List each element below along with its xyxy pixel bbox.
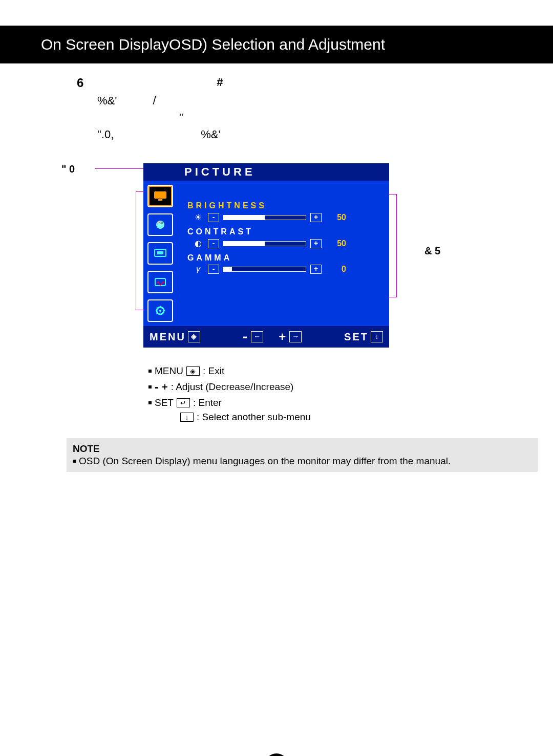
bullet-icon: [148, 385, 152, 388]
gamma-value: 0: [326, 265, 346, 274]
bullet-icon: [148, 401, 152, 404]
osd-body: RGB BRIGHTNESS: [143, 181, 389, 326]
brightness-row[interactable]: ☀ - + 50: [193, 212, 381, 222]
legend-down-desc: : Select another sub-menu: [197, 412, 311, 423]
annotation-bracket-right: [389, 194, 397, 297]
annotation-line: [95, 168, 143, 169]
contrast-icon: ◐: [193, 239, 204, 248]
bullet-icon: [148, 370, 152, 373]
menu-key-icon: ◈: [188, 331, 200, 342]
gamma-row[interactable]: γ - + 0: [193, 265, 381, 274]
left-key-icon: ←: [251, 331, 263, 342]
svg-rect-0: [154, 191, 166, 199]
gamma-icon: γ: [193, 265, 204, 274]
svg-point-8: [159, 310, 161, 312]
minus-icon[interactable]: -: [208, 239, 219, 248]
contrast-bar[interactable]: [223, 241, 306, 246]
plus-icon[interactable]: +: [310, 265, 322, 274]
main-menu-label: " 0: [61, 163, 75, 175]
down-key-icon: ↓: [371, 331, 383, 342]
page-title: On Screen DisplayOSD) Selection and Adju…: [41, 36, 385, 53]
legend-set-label: SET: [155, 397, 174, 408]
legend-menu-desc: : Exit: [203, 365, 224, 377]
instr-l3: ": [179, 111, 183, 124]
down-key-icon: ↓: [180, 413, 194, 422]
menu-button[interactable]: MENU: [150, 331, 186, 343]
note-box: NOTE OSD (On Screen Display) menu langua…: [67, 438, 538, 472]
minus-icon[interactable]: -: [208, 213, 219, 222]
brightness-icon: ☀: [193, 212, 204, 222]
instruction-block: 6 # %&' / " ".0, %&': [77, 74, 522, 143]
sub-menu-label: & 5: [424, 245, 440, 257]
legend-menu-label: MENU: [155, 365, 183, 377]
color-icon[interactable]: RGB: [147, 213, 173, 236]
contrast-label: CONTRAST: [187, 227, 381, 236]
right-key-icon: →: [289, 331, 302, 342]
instr-l1a: 6: [77, 74, 83, 92]
osd-title: PICTURE: [143, 163, 389, 181]
gamma-bar[interactable]: [223, 267, 306, 272]
menu-key-icon: ◈: [186, 366, 200, 376]
osd-panel: PICTURE RGB: [143, 163, 389, 348]
setup-icon[interactable]: [147, 299, 173, 322]
minus-icon[interactable]: -: [208, 265, 219, 274]
note-title: NOTE: [73, 443, 531, 455]
legend-adjust: - + : Adjust (Decrease/Increase): [148, 380, 522, 394]
osd-main: BRIGHTNESS ☀ - + 50 CONTRAST ◐ -: [182, 181, 389, 326]
plus-button[interactable]: +: [279, 330, 287, 344]
legend-set-desc: : Enter: [193, 397, 222, 408]
instr-l4b: %&': [201, 126, 220, 143]
minus-icon: -: [155, 380, 159, 394]
plus-icon: +: [162, 381, 168, 393]
svg-text:RGB: RGB: [158, 221, 164, 224]
brightness-label: BRIGHTNESS: [187, 201, 381, 210]
legend: MENU ◈ : Exit - + : Adjust (Decrease/Inc…: [148, 365, 522, 423]
legend-adjust-desc: : Adjust (Decrease/Increase): [171, 381, 294, 393]
set-button[interactable]: SET: [344, 331, 369, 343]
instr-l4a: ".0,: [97, 126, 114, 143]
content-area: 6 # %&' / " ".0, %&' " 0 & 5 PICTURE: [0, 63, 553, 472]
svg-rect-5: [157, 251, 163, 254]
brightness-bar[interactable]: [223, 215, 306, 220]
instr-l2a: %&': [97, 92, 117, 109]
legend-down: ↓ : Select another sub-menu: [148, 412, 522, 423]
function-icon[interactable]: [147, 271, 173, 293]
page-number: )//: [265, 753, 288, 756]
osd-footer: MENU◈ -← +→ SET↓: [143, 326, 389, 348]
page-header: On Screen DisplayOSD) Selection and Adju…: [0, 26, 553, 63]
bullet-icon: [73, 460, 76, 463]
picture-icon[interactable]: [147, 185, 173, 207]
annotation-bracket-left: [136, 191, 144, 310]
gamma-label: GAMMA: [187, 253, 381, 263]
legend-menu: MENU ◈ : Exit: [148, 365, 522, 377]
svg-rect-1: [158, 199, 162, 201]
screen-icon[interactable]: [147, 242, 173, 265]
note-body: OSD (On Screen Display) menu languages o…: [79, 456, 451, 467]
contrast-value: 50: [326, 239, 346, 248]
enter-key-icon: ↵: [177, 398, 190, 407]
plus-icon[interactable]: +: [310, 213, 322, 222]
minus-button[interactable]: -: [243, 329, 249, 345]
contrast-row[interactable]: ◐ - + 50: [193, 239, 381, 248]
instr-l2b: /: [153, 92, 156, 109]
brightness-value: 50: [326, 213, 346, 222]
plus-icon[interactable]: +: [310, 239, 322, 248]
osd-wrapper: & 5 PICTURE RGB: [143, 163, 389, 348]
legend-set: SET ↵ : Enter: [148, 397, 522, 408]
instr-l1b: #: [217, 74, 223, 92]
osd-sidebar: RGB: [143, 181, 182, 326]
